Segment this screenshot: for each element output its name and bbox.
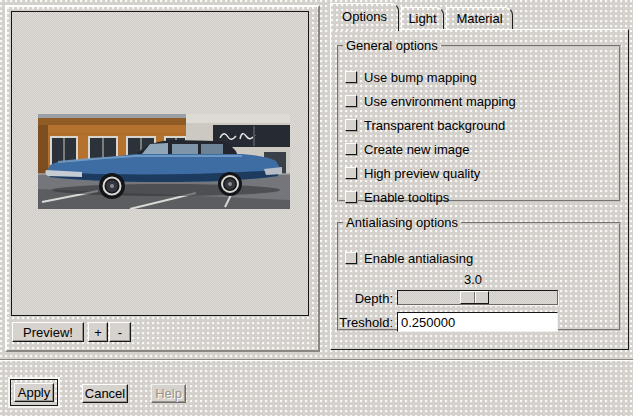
checkbox-label: Transparent background — [364, 118, 505, 133]
checkbox-label: Enable tooltips — [364, 190, 449, 205]
threshold-input[interactable] — [397, 312, 558, 332]
depth-value-label: 3.0 — [453, 272, 493, 287]
checkbox-create-new-image[interactable]: Create new image — [345, 137, 619, 161]
default-button-ring: Apply — [10, 379, 58, 406]
action-area-separator — [0, 359, 633, 361]
checkbox-icon — [345, 71, 357, 83]
tab-light-label: Light — [408, 11, 436, 26]
checkbox-high-preview-quality[interactable]: High preview quality — [345, 161, 619, 185]
preview-button[interactable]: Preview! — [12, 322, 84, 342]
help-button: Help — [151, 384, 186, 403]
tab-options-label: Options — [342, 9, 387, 24]
car-preview-image — [38, 114, 290, 209]
checkbox-icon — [345, 95, 357, 107]
checkbox-icon — [345, 252, 357, 264]
checkbox-label: Use environment mapping — [364, 94, 516, 109]
antialiasing-options-group: Antialiasing options Enable antialiasing… — [337, 215, 621, 331]
checkbox-icon — [345, 191, 357, 203]
lighting-effects-dialog: Preview! + - Options Light Material Gene… — [0, 0, 633, 416]
checkbox-transparent-background[interactable]: Transparent background — [345, 113, 619, 137]
checkbox-icon — [345, 143, 357, 155]
apply-button[interactable]: Apply — [14, 383, 54, 402]
zoom-in-button[interactable]: + — [88, 322, 108, 342]
depth-label: Depth: — [339, 291, 393, 306]
checkbox-enable-tooltips[interactable]: Enable tooltips — [345, 185, 619, 209]
tab-options[interactable]: Options — [330, 3, 399, 31]
checkbox-label: Enable antialiasing — [364, 251, 473, 266]
tab-material-label: Material — [456, 11, 502, 26]
checkbox-use-bump-mapping[interactable]: Use bump mapping — [345, 65, 619, 89]
cancel-button[interactable]: Cancel — [82, 384, 128, 403]
threshold-label: Treshold: — [339, 315, 393, 330]
checkbox-icon — [345, 119, 357, 131]
checkbox-label: Create new image — [364, 142, 470, 157]
checkbox-use-environment-mapping[interactable]: Use environment mapping — [345, 89, 619, 113]
depth-slider[interactable] — [397, 290, 558, 305]
antialiasing-options-title: Antialiasing options — [343, 215, 461, 230]
tab-material[interactable]: Material — [446, 7, 513, 29]
checkbox-enable-antialiasing[interactable]: Enable antialiasing — [345, 246, 473, 270]
general-options-title: General options — [343, 38, 441, 53]
checkbox-icon — [345, 167, 357, 179]
zoom-out-button[interactable]: - — [109, 322, 131, 342]
depth-slider-handle[interactable] — [460, 291, 489, 304]
tab-light[interactable]: Light — [401, 7, 444, 29]
checkbox-label: Use bump mapping — [364, 70, 477, 85]
checkbox-label: High preview quality — [364, 166, 480, 181]
general-options-group: General options Use bump mapping Use env… — [337, 38, 621, 202]
